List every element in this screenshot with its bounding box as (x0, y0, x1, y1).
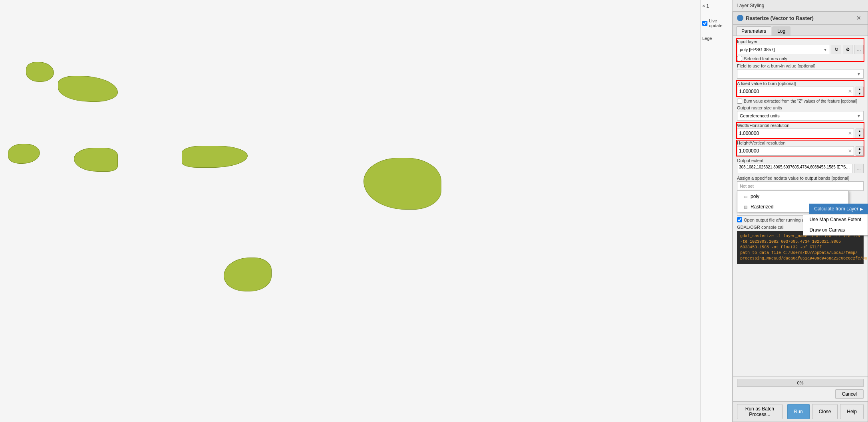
raster-layer-icon: ▨ (744, 205, 747, 209)
output-size-units-arrow: ▼ (857, 114, 861, 118)
qgis-icon (737, 15, 743, 21)
width-horiz-spin-up[interactable]: ▲ (856, 129, 863, 133)
burn-z-row: Burn value extracted from the "Z" values… (737, 99, 864, 104)
input-layer-row: poly [EPSG:3857] ▼ ↻ ⚙ … (737, 45, 864, 54)
extent-options-menu: Use Map Canvas Extent Draw on Canvas (803, 214, 868, 236)
use-map-canvas-item[interactable]: Use Map Canvas Extent (803, 214, 868, 225)
height-vert-input-wrap: ✕ (737, 146, 854, 156)
nodata-group: Assign a specified nodata value to outpu… (737, 176, 864, 191)
width-horiz-group: Width/Horizontal resolution ✕ ▲ ▼ (737, 123, 864, 138)
draw-on-canvas-item[interactable]: Draw on Canvas (803, 225, 868, 235)
field-burn-group: Field to use for a burn-in value [option… (737, 63, 864, 79)
selected-features-checkbox[interactable] (737, 56, 742, 61)
output-extent-label: Output extent (737, 158, 864, 163)
width-horiz-clear[interactable]: ✕ (846, 131, 854, 136)
open-output-checkbox[interactable] (737, 217, 742, 222)
input-layer-value: poly [EPSG:3857] (740, 47, 775, 52)
help-button[interactable]: Help (840, 404, 864, 419)
tab-log[interactable]: Log (772, 26, 791, 36)
input-layer-refresh-btn[interactable]: ↻ (832, 45, 841, 54)
layer-styling-bar: Layer Styling (733, 0, 868, 11)
height-vert-spin-down[interactable]: ▼ (856, 151, 863, 155)
burn-z-label: Burn value extracted from the "Z" values… (744, 99, 857, 103)
calculate-from-layer-menu: Calculate from Layer ▶ (809, 204, 868, 214)
dialog-close-button[interactable]: ✕ (854, 14, 864, 22)
fixed-value-row: ✕ ▲ ▼ (737, 87, 864, 96)
side-extra-panel: × 1 Live update Lege (700, 0, 732, 422)
close-button[interactable]: Close (812, 404, 838, 419)
output-extent-group: Output extent 303.1082,1025321.8065,6037… (737, 158, 864, 173)
fixed-value-group: A fixed value to burn [optional] ✕ ▲ ▼ (737, 81, 864, 96)
fixed-value-input-wrap: ✕ (737, 87, 854, 96)
submenu-arrow: ▶ (860, 207, 863, 211)
run-as-batch-button[interactable]: Run as Batch Process... (737, 404, 783, 419)
width-horiz-input[interactable] (737, 129, 846, 138)
progress-text: 0% (797, 380, 804, 385)
console-area: gdal_rasterize -l layer_name -burn 1.0 -… (737, 231, 864, 264)
map-polygon-7 (224, 258, 272, 291)
height-vert-group: Height/Vertical resolution ✕ ▲ ▼ (737, 141, 864, 156)
bottom-buttons: Run as Batch Process... Run Close Help (733, 401, 868, 422)
fixed-value-spin-up[interactable]: ▲ (856, 87, 863, 91)
calculate-from-layer-item[interactable]: Calculate from Layer ▶ (809, 204, 868, 214)
fixed-value-label: A fixed value to burn [optional] (737, 81, 864, 86)
output-extent-btn[interactable]: … (854, 164, 864, 173)
map-polygon-1 (26, 62, 54, 82)
input-layer-more-btn[interactable]: … (854, 45, 864, 54)
live-update-label: Live update (709, 18, 731, 28)
cancel-button[interactable]: Cancel (835, 389, 864, 399)
map-canvas[interactable] (0, 0, 700, 422)
layer-styling-title: Layer Styling (737, 3, 764, 8)
height-vert-clear[interactable]: ✕ (846, 148, 854, 154)
nodata-label: Assign a specified nodata value to outpu… (737, 176, 864, 180)
nodata-input[interactable]: Not set (737, 181, 864, 191)
output-extent-row: 303.1082,1025321.8065,6037605.4734,60384… (737, 164, 864, 173)
dialog-titlebar: Rasterize (Vector to Raster) ✕ (733, 12, 868, 25)
x1-label: × 1 (702, 3, 731, 9)
input-layer-label: Input layer (737, 39, 864, 44)
run-button[interactable]: Run (787, 404, 810, 419)
input-layer-settings-btn[interactable]: ⚙ (843, 45, 852, 54)
progress-section: 0% Cancel (733, 376, 868, 401)
tab-parameters[interactable]: Parameters (736, 26, 771, 36)
map-polygon-5 (182, 146, 248, 168)
fixed-value-spin-down[interactable]: ▼ (856, 91, 863, 96)
height-vert-row: ✕ ▲ ▼ (737, 146, 864, 156)
output-size-units-row: Georeferenced units ▼ (737, 111, 864, 121)
height-vert-label: Height/Vertical resolution (737, 141, 864, 145)
fixed-value-spinner: ▲ ▼ (856, 87, 864, 96)
progress-bar-container: 0% (737, 379, 864, 387)
dialog-title: Rasterize (Vector to Raster) (737, 15, 814, 21)
field-burn-row: ▼ (737, 69, 864, 79)
input-layer-dropdown-arrow: ▼ (823, 48, 827, 52)
height-vert-input[interactable] (737, 147, 846, 155)
height-vert-spin-up[interactable]: ▲ (856, 147, 863, 151)
legend-label: Lege (702, 36, 731, 41)
height-vert-spinner: ▲ ▼ (856, 146, 864, 156)
output-size-units-group: Output raster size units Georeferenced u… (737, 105, 864, 121)
nodata-row: Not set (737, 181, 864, 191)
map-polygon-3 (8, 144, 40, 164)
fixed-value-input[interactable] (737, 87, 846, 96)
width-horiz-row: ✕ ▲ ▼ (737, 129, 864, 138)
width-horiz-spinner: ▲ ▼ (856, 129, 864, 138)
width-horiz-spin-down[interactable]: ▼ (856, 133, 863, 138)
context-menu-item-poly[interactable]: ▭ poly (737, 191, 848, 202)
dialog-tabs: Parameters Log (733, 25, 868, 36)
burn-z-checkbox[interactable] (737, 99, 742, 104)
map-polygon-4 (74, 148, 118, 172)
width-horiz-label: Width/Horizontal resolution (737, 123, 864, 128)
map-polygon-2 (58, 76, 118, 102)
output-size-units-value: Georeferenced units (740, 113, 780, 118)
live-update-checkbox[interactable] (702, 21, 707, 26)
fixed-value-clear[interactable]: ✕ (846, 89, 854, 94)
width-horiz-input-wrap: ✕ (737, 129, 854, 138)
field-burn-arrow: ▼ (857, 72, 861, 76)
field-burn-label: Field to use for a burn-in value [option… (737, 63, 864, 68)
output-size-units-label: Output raster size units (737, 105, 864, 110)
selected-features-row: Selected features only (737, 56, 864, 61)
selected-features-label: Selected features only (744, 56, 787, 61)
poly-layer-icon: ▭ (744, 194, 747, 199)
output-extent-input[interactable]: 303.1082,1025321.8065,6037605.4734,60384… (737, 164, 852, 173)
map-polygon-6 (363, 158, 441, 210)
